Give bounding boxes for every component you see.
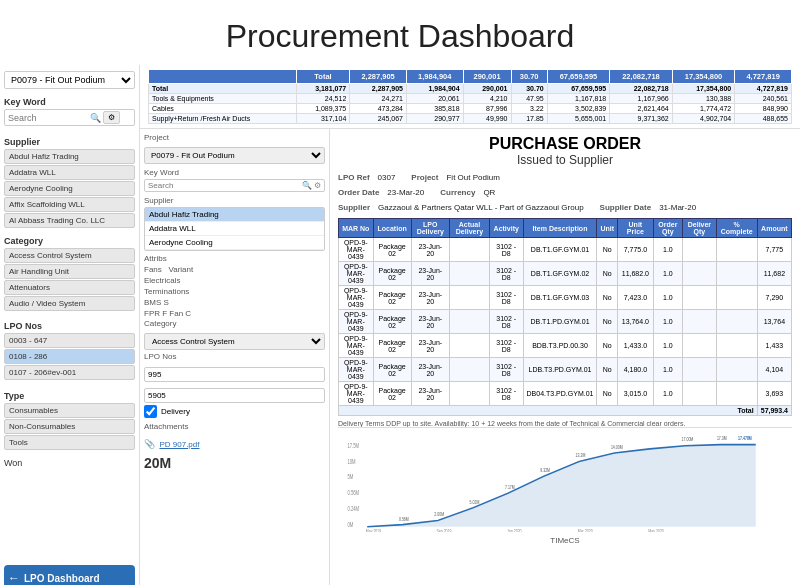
filter-button[interactable]: ⚙ [103,111,120,124]
order-date-label: Order Date [338,188,379,197]
lpo-no-item-2[interactable]: 0108 - 286 [4,349,135,364]
lpo-nos-filter-input1[interactable] [144,367,325,382]
lpo-dashboard-button[interactable]: ← LPO Dashboard [4,565,135,585]
type-item-1[interactable]: Consumables [4,403,135,418]
type-section-label: Type [4,391,135,401]
search2-icon: 🔍 [302,181,312,190]
po-supplier-value: Gazzaoui & Partners Qatar WLL - Part of … [378,203,584,212]
delivery-amount-label: 20M [144,455,171,471]
po-subtitle: Issued to Supplier [338,153,792,167]
po-col-uprice: Unit Price [618,219,654,238]
bms-label: BMS S [144,298,169,307]
won-label: Won [4,458,135,468]
keyword-label: Key Word [4,97,135,107]
lpo-nos-filter-input2[interactable] [144,388,325,403]
po-row-3: QPD-9-MAR-0439 Package 02 23-Jun-20 3102… [339,286,792,310]
page-title: Procurement Dashboard [0,0,800,65]
electricals-label: Electricals [144,276,180,285]
po-col-activity: Activity [489,219,523,238]
total-val: 3,181,077 [296,84,350,94]
keyword-search-input[interactable] [8,113,88,123]
row1-cat: Tools & Equipments [149,94,297,104]
po-supplier-label: Supplier [338,203,370,212]
type-item-2[interactable]: Non-Consumables [4,419,135,434]
delivery-terms-label: Delivery Terms [338,420,384,427]
supplier-item-4[interactable]: Affix Scaffolding WLL [4,197,135,212]
attachments-label: Attachments [144,422,325,431]
po-row-5: QPD-9-MAR-0439 Package 02 23-Jun-20 3102… [339,334,792,358]
svg-text:0M: 0M [347,521,353,528]
lpo-no-item-3[interactable]: 0107 - 206#ev-001 [4,365,135,380]
left-filter-panel: Project P0079 - Fit Out Podium Key Word … [140,129,330,585]
svg-text:17.00M: 17.00M [682,437,694,443]
svg-text:17.3M: 17.3M [717,436,727,442]
sidebar: P0079 - Fit Out Podium Key Word 🔍 ⚙ Supp… [0,65,140,585]
delivery-check-label: Delivery [161,407,190,416]
delivery-checkbox[interactable] [144,405,157,418]
svg-text:9.32M: 9.32M [540,467,550,473]
po-col-oqty: Order Qty [653,219,682,238]
supplier-item-5[interactable]: Al Abbass Trading Co. LLC [4,213,135,228]
svg-text:7.17M: 7.17M [505,484,515,490]
lpo-nos-label: LPO Nos [4,321,135,331]
po-table: MAR No Location LPO Delivery Actual Deli… [338,218,792,416]
svg-text:0.56M: 0.56M [347,489,359,496]
project-filter-label: Project [144,133,325,142]
col-v8: 4,727,819 [735,70,792,84]
supplier-date-label: Supplier Date [600,203,652,212]
row2-cat: Cables [149,104,297,114]
type-item-3[interactable]: Tools [4,435,135,450]
attachment-file-link[interactable]: PD 907.pdf [159,440,199,449]
supplier-item-2[interactable]: Addatra WLL [4,165,135,180]
delivery-terms-value: DDP up to site. Availability: 10 + 12 we… [386,420,685,427]
svg-text:13.2M: 13.2M [576,453,586,459]
col-v1: 2,287,905 [350,70,407,84]
po-title: PURCHASE ORDER [338,135,792,153]
svg-text:Sep 2019: Sep 2019 [436,528,451,532]
svg-text:5.02M: 5.02M [470,499,480,505]
fanc-label: Fan C [169,309,191,318]
lpo-no-item-1[interactable]: 0003 - 647 [4,333,135,348]
supplier-section-label: Supplier [4,137,135,147]
summary-table-area: Total 2,287,905 1,984,904 290,001 30.70 … [140,65,800,129]
category-item-1[interactable]: Access Control System [4,248,135,263]
settings2-icon[interactable]: ⚙ [314,181,321,190]
project-filter-select[interactable]: P0079 - Fit Out Podium [144,147,325,164]
supplier-item-3[interactable]: Aerodyne Cooling [4,181,135,196]
col-v6: 22,082,718 [610,70,673,84]
category-item-3[interactable]: Attenuators [4,280,135,295]
col-v5: 67,659,595 [547,70,610,84]
category-filter-select[interactable]: Access Control System [144,333,325,350]
lpo-ref-label: LPO Ref [338,173,370,182]
row3-cat: Supply+Return /Fresh Air Ducts [149,114,297,124]
total-label: Total [149,84,297,94]
project-select[interactable]: P0079 - Fit Out Podium [4,71,135,89]
attachment-file-icon: 📎 [144,439,155,449]
category-item-2[interactable]: Air Handling Unit [4,264,135,279]
category-item-4[interactable]: Audio / Video System [4,296,135,311]
col-v4: 30.70 [511,70,547,84]
variant-label: Variant [168,265,193,274]
svg-text:14.00M: 14.00M [611,444,623,450]
supplier-dropdown-item-1[interactable]: Abdul Hafiz Trading [145,208,324,222]
po-row-1: QPD-9-MAR-0439 Package 02 23-Jun-20 3102… [339,238,792,262]
keyword-filter-input[interactable] [148,181,302,190]
supplier-item-1[interactable]: Abdul Hafiz Trading [4,149,135,164]
svg-text:0.56M: 0.56M [399,517,409,523]
col-v7: 17,354,800 [672,70,735,84]
po-col-item: Item Description [523,219,597,238]
supplier-dropdown-item-3[interactable]: Aerodyne Cooling [145,236,324,250]
po-col-mar: MAR No [339,219,374,238]
category-section-label: Category [4,236,135,246]
supplier-dropdown-item-2[interactable]: Addatra WLL [145,222,324,236]
search-icon: 🔍 [90,113,101,123]
svg-text:2.00M: 2.00M [434,512,444,518]
po-col-unit: Unit [597,219,618,238]
svg-text:5M: 5M [347,473,353,480]
svg-marker-6 [367,445,756,527]
svg-text:17.478M: 17.478M [738,436,752,442]
currency-label: Currency [440,188,475,197]
po-col-loc: Location [373,219,411,238]
supplier-label2: Supplier [144,196,325,205]
keyword-filter-label: Key Word [144,168,325,177]
